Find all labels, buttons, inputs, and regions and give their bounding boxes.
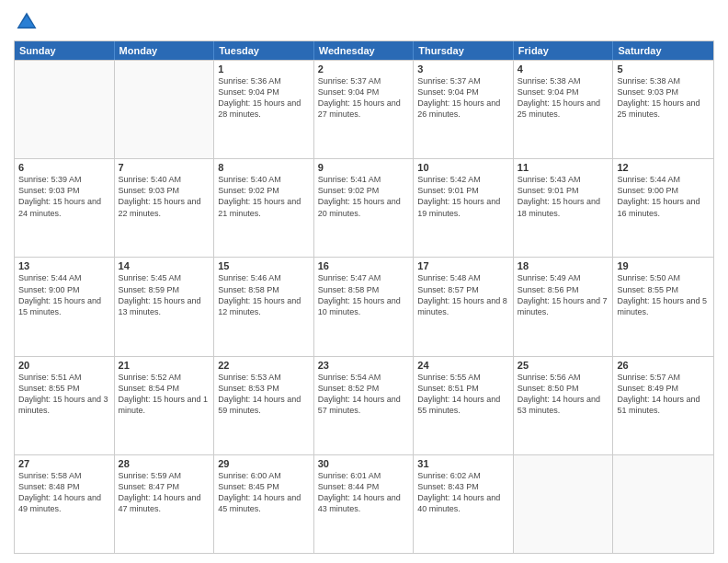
day-info: Sunrise: 5:44 AM Sunset: 9:00 PM Dayligh… xyxy=(18,272,110,317)
day-info: Sunrise: 5:40 AM Sunset: 9:02 PM Dayligh… xyxy=(218,174,310,219)
day-number: 20 xyxy=(18,360,110,371)
calendar-row: 1Sunrise: 5:36 AM Sunset: 9:04 PM Daylig… xyxy=(15,60,713,158)
calendar-cell: 2Sunrise: 5:37 AM Sunset: 9:04 PM Daylig… xyxy=(314,61,415,158)
calendar-cell: 11Sunrise: 5:43 AM Sunset: 9:01 PM Dayli… xyxy=(514,159,614,257)
calendar-header: SundayMondayTuesdayWednesdayThursdayFrid… xyxy=(15,41,713,60)
day-info: Sunrise: 5:37 AM Sunset: 9:04 PM Dayligh… xyxy=(417,75,509,121)
day-info: Sunrise: 5:45 AM Sunset: 8:59 PM Dayligh… xyxy=(119,272,210,317)
day-info: Sunrise: 6:00 AM Sunset: 8:45 PM Dayligh… xyxy=(218,470,310,515)
day-number: 30 xyxy=(318,458,410,469)
logo xyxy=(14,9,43,35)
day-number: 24 xyxy=(417,360,509,371)
day-info: Sunrise: 5:42 AM Sunset: 9:01 PM Dayligh… xyxy=(417,174,509,219)
day-number: 6 xyxy=(18,162,110,173)
day-number: 12 xyxy=(617,162,710,173)
weekday-header: Thursday xyxy=(414,41,514,60)
day-number: 2 xyxy=(318,63,410,75)
day-info: Sunrise: 5:54 AM Sunset: 8:52 PM Dayligh… xyxy=(318,372,410,417)
calendar-row: 6Sunrise: 5:39 AM Sunset: 9:03 PM Daylig… xyxy=(15,158,713,257)
day-info: Sunrise: 5:38 AM Sunset: 9:04 PM Dayligh… xyxy=(518,75,609,121)
day-number: 18 xyxy=(518,260,609,271)
day-number: 17 xyxy=(417,260,509,271)
day-info: Sunrise: 5:48 AM Sunset: 8:57 PM Dayligh… xyxy=(417,272,509,317)
day-info: Sunrise: 5:40 AM Sunset: 9:03 PM Dayligh… xyxy=(119,174,210,219)
day-number: 13 xyxy=(18,260,110,271)
day-info: Sunrise: 5:37 AM Sunset: 9:04 PM Dayligh… xyxy=(318,75,410,121)
day-number: 27 xyxy=(18,458,110,469)
calendar: SundayMondayTuesdayWednesdayThursdayFrid… xyxy=(14,40,714,554)
calendar-row: 20Sunrise: 5:51 AM Sunset: 8:55 PM Dayli… xyxy=(15,356,713,454)
calendar-cell: 17Sunrise: 5:48 AM Sunset: 8:57 PM Dayli… xyxy=(414,258,514,355)
day-number: 29 xyxy=(218,458,310,469)
calendar-cell: 30Sunrise: 6:01 AM Sunset: 8:44 PM Dayli… xyxy=(314,455,415,553)
day-number: 22 xyxy=(218,360,310,371)
calendar-cell: 10Sunrise: 5:42 AM Sunset: 9:01 PM Dayli… xyxy=(414,159,514,257)
day-number: 26 xyxy=(617,360,710,371)
day-info: Sunrise: 5:55 AM Sunset: 8:51 PM Dayligh… xyxy=(417,372,509,417)
day-info: Sunrise: 5:51 AM Sunset: 8:55 PM Dayligh… xyxy=(18,372,110,417)
day-number: 31 xyxy=(417,458,509,469)
day-number: 21 xyxy=(119,360,210,371)
day-number: 4 xyxy=(518,63,609,75)
calendar-cell: 25Sunrise: 5:56 AM Sunset: 8:50 PM Dayli… xyxy=(514,357,614,454)
calendar-cell: 16Sunrise: 5:47 AM Sunset: 8:58 PM Dayli… xyxy=(314,258,415,355)
weekday-header: Monday xyxy=(115,41,215,60)
calendar-cell: 24Sunrise: 5:55 AM Sunset: 8:51 PM Dayli… xyxy=(414,357,514,454)
weekday-header: Wednesday xyxy=(314,41,415,60)
day-info: Sunrise: 5:44 AM Sunset: 9:00 PM Dayligh… xyxy=(617,174,710,219)
calendar-cell: 5Sunrise: 5:38 AM Sunset: 9:03 PM Daylig… xyxy=(613,61,713,158)
day-info: Sunrise: 5:50 AM Sunset: 8:55 PM Dayligh… xyxy=(617,272,710,317)
calendar-cell xyxy=(514,455,614,553)
day-info: Sunrise: 5:53 AM Sunset: 8:53 PM Dayligh… xyxy=(218,372,310,417)
day-info: Sunrise: 5:36 AM Sunset: 9:04 PM Dayligh… xyxy=(218,75,310,121)
day-number: 10 xyxy=(417,162,509,173)
calendar-cell: 29Sunrise: 6:00 AM Sunset: 8:45 PM Dayli… xyxy=(214,455,314,553)
day-info: Sunrise: 5:49 AM Sunset: 8:56 PM Dayligh… xyxy=(518,272,609,317)
day-info: Sunrise: 5:41 AM Sunset: 9:02 PM Dayligh… xyxy=(318,174,410,219)
weekday-header: Saturday xyxy=(613,41,713,60)
calendar-cell: 26Sunrise: 5:57 AM Sunset: 8:49 PM Dayli… xyxy=(613,357,713,454)
day-info: Sunrise: 5:56 AM Sunset: 8:50 PM Dayligh… xyxy=(518,372,609,417)
calendar-cell: 8Sunrise: 5:40 AM Sunset: 9:02 PM Daylig… xyxy=(214,159,314,257)
calendar-cell: 19Sunrise: 5:50 AM Sunset: 8:55 PM Dayli… xyxy=(613,258,713,355)
day-number: 7 xyxy=(119,162,210,173)
calendar-body: 1Sunrise: 5:36 AM Sunset: 9:04 PM Daylig… xyxy=(15,60,713,553)
day-info: Sunrise: 6:01 AM Sunset: 8:44 PM Dayligh… xyxy=(318,470,410,515)
day-number: 23 xyxy=(318,360,410,371)
day-info: Sunrise: 5:58 AM Sunset: 8:48 PM Dayligh… xyxy=(18,470,110,515)
day-info: Sunrise: 5:39 AM Sunset: 9:03 PM Dayligh… xyxy=(18,174,110,219)
day-info: Sunrise: 5:52 AM Sunset: 8:54 PM Dayligh… xyxy=(119,372,210,417)
calendar-cell: 9Sunrise: 5:41 AM Sunset: 9:02 PM Daylig… xyxy=(314,159,415,257)
page: SundayMondayTuesdayWednesdayThursdayFrid… xyxy=(0,0,728,563)
weekday-header: Sunday xyxy=(15,41,115,60)
calendar-cell: 1Sunrise: 5:36 AM Sunset: 9:04 PM Daylig… xyxy=(214,61,314,158)
calendar-cell xyxy=(15,61,115,158)
calendar-cell: 14Sunrise: 5:45 AM Sunset: 8:59 PM Dayli… xyxy=(115,258,215,355)
day-number: 19 xyxy=(617,260,710,271)
day-info: Sunrise: 6:02 AM Sunset: 8:43 PM Dayligh… xyxy=(417,470,509,515)
calendar-cell: 4Sunrise: 5:38 AM Sunset: 9:04 PM Daylig… xyxy=(514,61,614,158)
weekday-header: Friday xyxy=(514,41,614,60)
day-number: 14 xyxy=(119,260,210,271)
day-info: Sunrise: 5:59 AM Sunset: 8:47 PM Dayligh… xyxy=(119,470,210,515)
calendar-cell xyxy=(115,61,215,158)
day-number: 15 xyxy=(218,260,310,271)
day-number: 28 xyxy=(119,458,210,469)
calendar-cell: 12Sunrise: 5:44 AM Sunset: 9:00 PM Dayli… xyxy=(613,159,713,257)
calendar-cell: 21Sunrise: 5:52 AM Sunset: 8:54 PM Dayli… xyxy=(115,357,215,454)
calendar-row: 27Sunrise: 5:58 AM Sunset: 8:48 PM Dayli… xyxy=(15,454,713,553)
day-number: 25 xyxy=(518,360,609,371)
day-number: 11 xyxy=(518,162,609,173)
day-info: Sunrise: 5:38 AM Sunset: 9:03 PM Dayligh… xyxy=(617,75,710,121)
calendar-cell: 22Sunrise: 5:53 AM Sunset: 8:53 PM Dayli… xyxy=(214,357,314,454)
calendar-cell: 18Sunrise: 5:49 AM Sunset: 8:56 PM Dayli… xyxy=(514,258,614,355)
day-number: 3 xyxy=(417,63,509,75)
day-info: Sunrise: 5:57 AM Sunset: 8:49 PM Dayligh… xyxy=(617,372,710,417)
calendar-cell: 6Sunrise: 5:39 AM Sunset: 9:03 PM Daylig… xyxy=(15,159,115,257)
calendar-cell: 23Sunrise: 5:54 AM Sunset: 8:52 PM Dayli… xyxy=(314,357,415,454)
day-info: Sunrise: 5:46 AM Sunset: 8:58 PM Dayligh… xyxy=(218,272,310,317)
calendar-cell: 20Sunrise: 5:51 AM Sunset: 8:55 PM Dayli… xyxy=(15,357,115,454)
day-number: 1 xyxy=(218,63,310,75)
day-number: 9 xyxy=(318,162,410,173)
calendar-cell: 28Sunrise: 5:59 AM Sunset: 8:47 PM Dayli… xyxy=(115,455,215,553)
